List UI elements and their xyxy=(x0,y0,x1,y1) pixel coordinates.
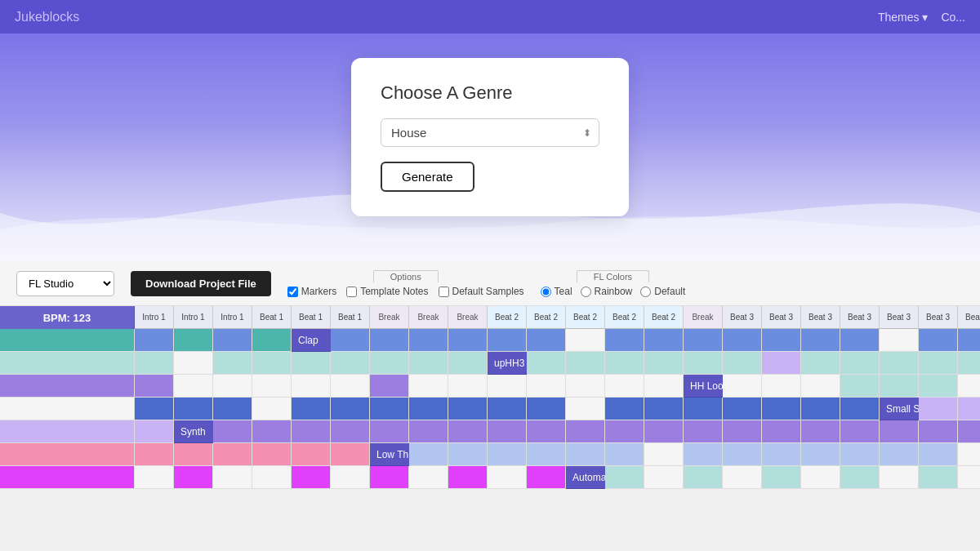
track-cell[interactable] xyxy=(919,375,958,398)
track-cell[interactable] xyxy=(292,443,331,466)
track-cell[interactable] xyxy=(135,420,174,443)
default-samples-checkbox[interactable] xyxy=(439,287,449,297)
track-cell[interactable] xyxy=(174,466,213,489)
track-cell[interactable] xyxy=(919,398,958,420)
track-cell[interactable] xyxy=(213,352,252,375)
track-cell[interactable] xyxy=(448,443,488,466)
track-cell[interactable] xyxy=(644,466,684,489)
track-cell[interactable] xyxy=(488,329,527,352)
track-cell[interactable] xyxy=(762,398,801,420)
download-button[interactable]: Download Project File xyxy=(131,271,271,296)
track-cell[interactable] xyxy=(723,420,762,443)
track-cell[interactable] xyxy=(919,329,958,352)
track-cell[interactable] xyxy=(958,443,980,466)
track-cell[interactable] xyxy=(0,443,135,466)
track-cell[interactable] xyxy=(527,443,566,466)
track-cell[interactable] xyxy=(840,466,880,489)
sequencer[interactable]: BPM: 123Intro 1Intro 1Intro 1Beat 1Beat … xyxy=(0,306,980,489)
track-cell[interactable] xyxy=(958,398,980,420)
track-cell[interactable] xyxy=(488,398,527,420)
track-cell[interactable] xyxy=(801,420,840,443)
track-cell[interactable] xyxy=(605,398,644,420)
track-cell[interactable] xyxy=(135,443,174,466)
track-cell[interactable] xyxy=(488,443,527,466)
track-cell[interactable] xyxy=(723,352,762,375)
track-cell[interactable] xyxy=(644,352,684,375)
track-cell[interactable] xyxy=(292,375,331,398)
track-cell[interactable] xyxy=(213,329,252,352)
track-cell[interactable] xyxy=(880,329,919,352)
track-cell[interactable] xyxy=(252,375,292,398)
default-radio[interactable] xyxy=(640,287,651,297)
track-cell[interactable] xyxy=(566,352,605,375)
teal-radio[interactable] xyxy=(541,287,551,297)
track-cell[interactable] xyxy=(684,466,723,489)
track-cell[interactable] xyxy=(292,420,331,443)
track-cell[interactable] xyxy=(448,398,488,420)
track-cell[interactable] xyxy=(370,352,409,375)
track-cell[interactable] xyxy=(527,398,566,420)
track-cell[interactable] xyxy=(605,329,644,352)
track-cell[interactable] xyxy=(762,375,801,398)
track-cell[interactable] xyxy=(958,352,980,375)
track-cell[interactable] xyxy=(252,329,292,352)
track-cell[interactable] xyxy=(448,352,488,375)
track-cell[interactable] xyxy=(958,375,980,398)
track-cell[interactable] xyxy=(880,352,919,375)
track-cell[interactable] xyxy=(370,398,409,420)
track-cell[interactable] xyxy=(331,398,370,420)
track-cell[interactable] xyxy=(566,329,605,352)
genre-select[interactable]: House Techno Hip Hop Trap Drum & Bass Am… xyxy=(381,118,599,147)
track-cell[interactable] xyxy=(174,352,213,375)
daw-select[interactable]: FL Studio Ableton Logic Pro xyxy=(16,271,114,296)
track-cell[interactable] xyxy=(762,352,801,375)
track-cell[interactable] xyxy=(684,352,723,375)
track-cell[interactable] xyxy=(880,466,919,489)
track-cell[interactable] xyxy=(644,420,684,443)
track-cell[interactable] xyxy=(331,420,370,443)
track-cell[interactable] xyxy=(644,329,684,352)
track-cell[interactable] xyxy=(605,420,644,443)
track-cell[interactable] xyxy=(448,329,488,352)
track-cell[interactable] xyxy=(801,375,840,398)
track-cell[interactable] xyxy=(880,420,919,443)
track-cell[interactable] xyxy=(605,443,644,466)
track-cell[interactable] xyxy=(684,329,723,352)
track-cell[interactable] xyxy=(292,466,331,489)
track-cell[interactable] xyxy=(958,466,980,489)
track-cell[interactable] xyxy=(644,443,684,466)
track-cell[interactable] xyxy=(840,420,880,443)
track-cell[interactable] xyxy=(919,420,958,443)
track-cell[interactable] xyxy=(840,352,880,375)
track-cell[interactable] xyxy=(527,466,566,489)
track-cell[interactable] xyxy=(409,443,448,466)
track-cell[interactable] xyxy=(331,352,370,375)
track-cell[interactable] xyxy=(566,420,605,443)
track-cell[interactable] xyxy=(801,329,840,352)
track-cell[interactable] xyxy=(292,398,331,420)
community-menu[interactable]: Co... xyxy=(941,11,965,24)
track-cell[interactable] xyxy=(174,443,213,466)
track-cell[interactable] xyxy=(448,375,488,398)
track-cell[interactable] xyxy=(801,352,840,375)
track-cell[interactable] xyxy=(527,352,566,375)
default-option[interactable]: Default xyxy=(640,286,685,297)
track-cell[interactable] xyxy=(644,398,684,420)
track-cell[interactable] xyxy=(174,329,213,352)
track-cell[interactable] xyxy=(840,398,880,420)
track-cell[interactable] xyxy=(958,420,980,443)
markers-checkbox[interactable] xyxy=(287,287,298,297)
track-cell[interactable] xyxy=(252,443,292,466)
track-cell[interactable] xyxy=(488,420,527,443)
track-cell[interactable] xyxy=(605,352,644,375)
track-cell[interactable] xyxy=(527,329,566,352)
track-cell[interactable] xyxy=(723,375,762,398)
rainbow-radio[interactable] xyxy=(581,287,591,297)
track-cell[interactable] xyxy=(409,420,448,443)
track-cell[interactable] xyxy=(488,375,527,398)
track-cell[interactable] xyxy=(762,329,801,352)
track-cell[interactable] xyxy=(252,398,292,420)
track-cell[interactable] xyxy=(605,375,644,398)
track-cell[interactable] xyxy=(213,466,252,489)
track-cell[interactable] xyxy=(840,375,880,398)
